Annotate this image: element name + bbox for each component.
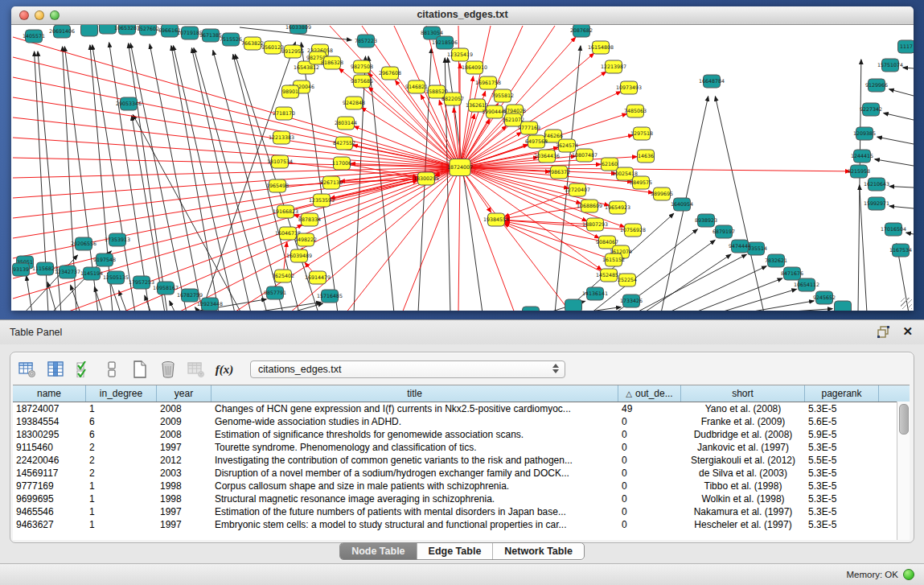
node-label: 6879197 [713,229,735,234]
node-label: 10807487 [572,152,598,158]
node-label: 16543812 [294,64,319,70]
network-window-titlebar[interactable]: citations_edges.txt [11,6,914,25]
table-cell: 2008 [157,428,211,441]
table-header-row: namein_degreeyeartitle△out_de...shortpag… [13,385,910,402]
node-label: 8267130 [320,179,343,185]
table-row[interactable]: 977716911998Corpus callosum shape and si… [13,480,910,492]
node-label: 7515526 [220,36,242,42]
table-cell: 2 [86,441,157,454]
table-row[interactable]: 1938455462009Genome-wide association stu… [13,415,910,428]
node-label: 16046738 [275,230,301,236]
node-label: 1498222 [294,237,317,242]
network-canvas[interactable]: 1405571206914061065328715276026966161107… [11,25,914,311]
table-cell: Hescheler et al. (1997) [681,518,805,531]
node-label: 8215958 [848,168,870,174]
node-label: 9245652 [813,295,836,300]
node-label: 12325419 [447,51,473,57]
table-cell: 1997 [157,518,211,531]
dropdown-arrows-icon [552,364,559,373]
column-header-in_degree[interactable]: in_degree [86,385,157,402]
table-row[interactable]: 969969511998Structural magnetic resonanc… [13,492,910,505]
table-scrollbar[interactable] [897,402,910,540]
node-label: 9129966 [865,82,888,88]
table-cell: de Silva et al. (2003) [681,467,805,480]
node-label: 12213383 [269,134,294,140]
column-header-title[interactable]: title [211,385,618,402]
delete-rows-icon[interactable] [158,359,179,380]
table-cell: 6 [86,415,157,428]
table-body: 1872400712008Changes of HCN gene express… [13,402,910,531]
network-node[interactable] [835,301,852,311]
node-label: 19384554 [483,216,509,222]
network-node[interactable] [523,307,540,311]
table-row[interactable]: 1456911722003Disruption of a novel membe… [13,467,910,480]
memory-ok-indicator[interactable] [903,569,914,580]
table-settings-icon[interactable] [17,359,38,380]
node-label: 2718170 [273,110,295,116]
node-label: 19654923 [605,204,630,210]
sort-ascending-icon: △ [626,389,632,398]
node-label: 16961758 [475,80,501,85]
scrollbar-thumb[interactable] [899,404,909,435]
delete-table-icon[interactable] [186,359,207,380]
table-row[interactable]: 946362711997Embryonic stem cells: a mode… [13,518,910,531]
network-node[interactable] [81,25,98,36]
rows-icon[interactable] [101,359,122,380]
table-cell: Dudbridge et al. (2008) [681,428,805,441]
table-row[interactable]: 2242004622012Investigating the contribut… [13,454,910,467]
row-select-icon[interactable] [73,359,94,380]
table-panel-title: Table Panel [10,327,62,338]
node-table: namein_degreeyeartitle△out_de...shortpag… [13,385,910,540]
node-label: 7485063 [624,108,647,113]
node-label: 6794028 [503,108,526,113]
table-cell: Changes of HCN gene expression and I(f) … [211,402,618,415]
citation-network-graph[interactable]: 1405571206914061065328715276026966161107… [11,25,914,311]
float-panel-icon[interactable] [877,326,890,339]
table-cell: 1 [86,518,157,531]
table-panel-box: f(x) citations_edges.txt namein_degreeye… [10,352,914,543]
node-label: 16914479 [305,274,331,280]
table-cell: 0 [618,428,681,441]
table-selector-value: citations_edges.txt [258,364,342,375]
column-header-short[interactable]: short [681,385,805,402]
table-row[interactable]: 1830029562008Estimation of significance … [13,428,910,441]
column-header-name[interactable]: name [13,385,86,402]
table-row[interactable]: 946554611997Estimation of the future num… [13,505,910,518]
table-cell: Stergiakouli et al. (2012) [681,454,805,467]
tab-edge-table[interactable]: Edge Table [417,543,494,559]
network-node[interactable] [565,299,582,311]
node-label: 7832621 [765,257,787,263]
table-cell: 2 [86,467,157,480]
node-label: 8471676 [781,270,803,276]
function-builder-icon[interactable]: f(x) [214,359,235,380]
close-panel-icon[interactable]: ✕ [902,324,913,339]
table-cell: Structural magnetic resonance image aver… [211,492,618,505]
table-cell: 9115460 [13,441,86,454]
table-cell: Franke et al. (2009) [681,415,805,428]
resize-grip[interactable] [901,298,912,309]
table-cell: 1 [86,480,157,492]
node-label: 9777169 [518,125,540,130]
node-label: 1621072 [502,117,524,122]
node-label: 20206556 [71,241,97,246]
new-table-icon[interactable] [129,359,150,380]
node-label: 9671385 [199,32,222,38]
tab-node-table[interactable]: Node Table [340,543,417,559]
table-cell: Nakamura et al. (1997) [681,505,805,518]
table-cell: 5.9E-5 [805,428,879,441]
column-visibility-icon[interactable] [45,359,66,380]
table-row[interactable]: 911546021997Tourette syndrome. Phenomeno… [13,441,910,454]
table-selector-dropdown[interactable]: citations_edges.txt [250,360,565,378]
column-header-year[interactable]: year [157,385,211,402]
node-label: 8849575 [630,179,652,185]
node-label: 3624574 [556,142,578,148]
column-header-out_de[interactable]: △out_de... [618,385,681,402]
memory-status-label: Memory: OK [846,570,898,579]
node-label: 18300295 [413,175,439,181]
table-row[interactable]: 1872400712008Changes of HCN gene express… [13,402,910,415]
node-label: 1362615 [466,102,488,108]
table-cell: 2009 [157,415,211,428]
tab-network-table[interactable]: Network Table [493,543,584,559]
column-header-pagerank[interactable]: pagerank [805,385,879,402]
node-label: 18640910 [462,64,487,70]
